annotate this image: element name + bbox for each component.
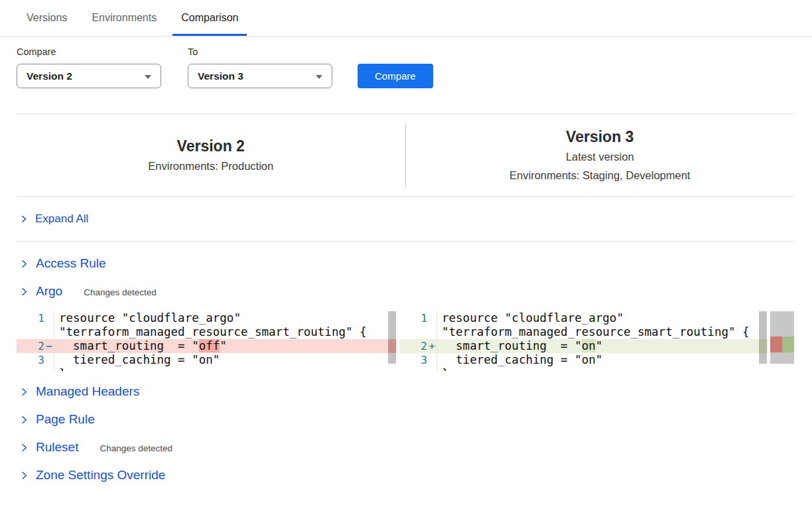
chevron-right-icon <box>19 415 29 425</box>
line-number: 1 <box>399 311 427 325</box>
diff-pane-original[interactable]: 1 resource "cloudflare_argo" "terraform_… <box>17 311 397 371</box>
argo-diff-viewer: 1 resource "cloudflare_argo" "terraform_… <box>17 311 794 371</box>
version-header-left: Version 2 Environments: Production <box>17 135 405 175</box>
changes-detected-badge: Changes detected <box>84 285 157 297</box>
section-label: Ruleset <box>36 440 78 455</box>
version-headers: Version 2 Environments: Production Versi… <box>17 113 794 197</box>
version-header-right: Version 3 Latest version Environments: S… <box>406 126 795 185</box>
code-text: "terraform_managed_resource_smart_routin… <box>54 325 397 339</box>
code-text: tiered_caching = "on" <box>437 353 768 367</box>
section-page-rule[interactable]: Page Rule <box>17 406 794 433</box>
chevron-right-icon <box>19 387 29 397</box>
section-label: Access Rule <box>36 256 106 271</box>
section-label: Page Rule <box>36 412 95 427</box>
changes-detected-badge: Changes detected <box>100 441 172 453</box>
line-number: 2 <box>17 339 44 353</box>
compare-label: Compare <box>17 46 161 57</box>
tab-versions[interactable]: Versions <box>18 0 76 36</box>
section-label: Managed Headers <box>36 384 139 399</box>
overview-removed-marker <box>770 336 782 352</box>
to-label: To <box>188 46 332 57</box>
code-line: } <box>17 367 397 371</box>
code-line: 3 tiered_caching = "on" <box>399 353 768 367</box>
removed-word-highlight: off <box>199 339 220 352</box>
overview-added-marker <box>782 336 794 352</box>
tab-bar: Versions Environments Comparison <box>0 0 812 37</box>
scrollbar[interactable] <box>387 311 397 371</box>
code-text: } <box>437 367 768 371</box>
resource-sections: Access Rule Argo Changes detected 1 reso… <box>17 250 794 489</box>
section-access-rule[interactable]: Access Rule <box>17 250 794 277</box>
code-text: smart_routing = "on" <box>437 339 768 353</box>
line-number: 1 <box>17 311 44 325</box>
code-line: 1 resource "cloudflare_argo" <box>17 311 397 325</box>
compare-button[interactable]: Compare <box>358 64 433 88</box>
line-number <box>17 367 44 371</box>
code-line: 3 tiered_caching = "on" <box>17 353 397 367</box>
compare-form: Compare Version 2 To Version 3 Compare <box>17 46 812 88</box>
added-word-highlight: on <box>582 339 596 352</box>
right-version-latest-label: Latest version <box>406 147 795 166</box>
code-text: tiered_caching = "on" <box>54 353 397 367</box>
tab-environments[interactable]: Environments <box>83 0 165 36</box>
diff-plus-sign: + <box>427 339 437 353</box>
code-text: resource "cloudflare_argo" <box>437 311 768 325</box>
code-line-wrap: "terraform_managed_resource_smart_routin… <box>17 325 397 339</box>
chevron-right-icon <box>19 443 29 453</box>
line-number: 3 <box>17 353 44 367</box>
scrollbar-thumb[interactable] <box>388 311 396 364</box>
diff-pane-modified[interactable]: 1 resource "cloudflare_argo" "terraform_… <box>399 311 768 371</box>
chevron-right-icon <box>19 471 29 481</box>
left-version-environments: Environments: Production <box>17 157 405 175</box>
right-version-environments: Environments: Staging, Development <box>406 166 795 185</box>
code-text: resource "cloudflare_argo" <box>54 311 397 325</box>
code-line-added: 2+ smart_routing = "on" <box>399 339 768 353</box>
code-line: } <box>399 367 768 371</box>
expand-all-label: Expand All <box>35 212 88 226</box>
code-line-wrap: "terraform_managed_resource_smart_routin… <box>399 325 768 339</box>
code-text: "terraform_managed_resource_smart_routin… <box>437 325 768 339</box>
added-line-scroll-marker <box>759 339 767 353</box>
compare-version-select[interactable]: Version 2 <box>17 64 161 88</box>
section-managed-headers[interactable]: Managed Headers <box>17 378 794 406</box>
section-argo[interactable]: Argo Changes detected <box>17 277 794 305</box>
compare-select-value: Version 2 <box>17 70 72 82</box>
section-zone-settings-override[interactable]: Zone Settings Override <box>17 461 794 489</box>
line-number: 2 <box>399 339 427 353</box>
diff-minus-sign: − <box>44 339 54 353</box>
section-ruleset[interactable]: Ruleset Changes detected <box>17 433 794 461</box>
code-line-removed: 2− smart_routing = "off" <box>17 339 397 353</box>
chevron-right-icon <box>19 287 29 297</box>
expand-all-toggle[interactable]: Expand All <box>17 197 794 242</box>
diff-overview-ruler[interactable] <box>770 311 794 371</box>
chevron-right-icon <box>19 259 29 269</box>
dropdown-caret-icon <box>145 75 151 79</box>
tab-comparison[interactable]: Comparison <box>172 0 247 36</box>
left-version-title: Version 2 <box>17 135 405 157</box>
section-label: Zone Settings Override <box>36 468 165 483</box>
to-version-select[interactable]: Version 3 <box>188 64 332 88</box>
dropdown-caret-icon <box>316 75 322 79</box>
chevron-right-icon <box>19 214 29 224</box>
code-line: 1 resource "cloudflare_argo" <box>399 311 768 325</box>
code-text: } <box>54 367 397 371</box>
code-text: smart_routing = "off" <box>54 339 397 353</box>
scrollbar-thumb[interactable] <box>759 311 767 364</box>
scrollbar[interactable] <box>758 311 768 371</box>
to-select-value: Version 3 <box>188 70 243 82</box>
line-number: 3 <box>399 353 427 367</box>
section-label: Argo <box>36 284 62 299</box>
removed-line-scroll-marker <box>388 339 396 353</box>
right-version-title: Version 3 <box>406 126 795 147</box>
line-number <box>399 367 427 371</box>
